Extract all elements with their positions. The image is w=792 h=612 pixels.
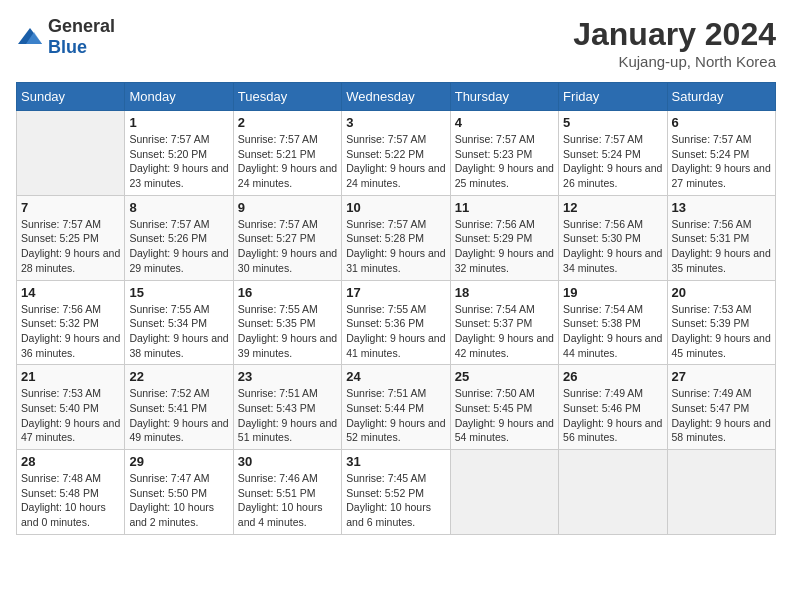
weekday-header-row: SundayMondayTuesdayWednesdayThursdayFrid… [17,83,776,111]
day-info: Sunrise: 7:49 AMSunset: 5:46 PMDaylight:… [563,386,662,445]
day-info: Sunrise: 7:52 AMSunset: 5:41 PMDaylight:… [129,386,228,445]
day-info: Sunrise: 7:50 AMSunset: 5:45 PMDaylight:… [455,386,554,445]
weekday-header-saturday: Saturday [667,83,775,111]
day-info: Sunrise: 7:51 AMSunset: 5:44 PMDaylight:… [346,386,445,445]
calendar-week-row: 28Sunrise: 7:48 AMSunset: 5:48 PMDayligh… [17,450,776,535]
calendar-cell: 22Sunrise: 7:52 AMSunset: 5:41 PMDayligh… [125,365,233,450]
calendar-cell: 18Sunrise: 7:54 AMSunset: 5:37 PMDayligh… [450,280,558,365]
day-number: 20 [672,285,771,300]
day-number: 5 [563,115,662,130]
calendar-cell: 5Sunrise: 7:57 AMSunset: 5:24 PMDaylight… [559,111,667,196]
month-title: January 2024 [573,16,776,53]
day-info: Sunrise: 7:57 AMSunset: 5:24 PMDaylight:… [563,132,662,191]
calendar-cell: 2Sunrise: 7:57 AMSunset: 5:21 PMDaylight… [233,111,341,196]
title-block: January 2024 Kujang-up, North Korea [573,16,776,70]
day-number: 22 [129,369,228,384]
day-info: Sunrise: 7:49 AMSunset: 5:47 PMDaylight:… [672,386,771,445]
day-number: 18 [455,285,554,300]
day-number: 9 [238,200,337,215]
calendar-cell: 27Sunrise: 7:49 AMSunset: 5:47 PMDayligh… [667,365,775,450]
weekday-header-thursday: Thursday [450,83,558,111]
day-number: 8 [129,200,228,215]
calendar-table: SundayMondayTuesdayWednesdayThursdayFrid… [16,82,776,535]
logo-icon [16,26,44,48]
calendar-week-row: 7Sunrise: 7:57 AMSunset: 5:25 PMDaylight… [17,195,776,280]
day-number: 19 [563,285,662,300]
logo-blue: Blue [48,37,87,57]
day-number: 17 [346,285,445,300]
weekday-header-tuesday: Tuesday [233,83,341,111]
day-info: Sunrise: 7:51 AMSunset: 5:43 PMDaylight:… [238,386,337,445]
calendar-cell: 7Sunrise: 7:57 AMSunset: 5:25 PMDaylight… [17,195,125,280]
weekday-header-friday: Friday [559,83,667,111]
location-title: Kujang-up, North Korea [573,53,776,70]
day-info: Sunrise: 7:57 AMSunset: 5:21 PMDaylight:… [238,132,337,191]
day-info: Sunrise: 7:47 AMSunset: 5:50 PMDaylight:… [129,471,228,530]
day-number: 27 [672,369,771,384]
calendar-cell: 10Sunrise: 7:57 AMSunset: 5:28 PMDayligh… [342,195,450,280]
weekday-header-wednesday: Wednesday [342,83,450,111]
day-number: 11 [455,200,554,215]
calendar-cell: 9Sunrise: 7:57 AMSunset: 5:27 PMDaylight… [233,195,341,280]
day-info: Sunrise: 7:54 AMSunset: 5:37 PMDaylight:… [455,302,554,361]
day-info: Sunrise: 7:57 AMSunset: 5:23 PMDaylight:… [455,132,554,191]
day-info: Sunrise: 7:56 AMSunset: 5:29 PMDaylight:… [455,217,554,276]
calendar-cell: 15Sunrise: 7:55 AMSunset: 5:34 PMDayligh… [125,280,233,365]
day-info: Sunrise: 7:57 AMSunset: 5:27 PMDaylight:… [238,217,337,276]
calendar-cell: 13Sunrise: 7:56 AMSunset: 5:31 PMDayligh… [667,195,775,280]
day-number: 14 [21,285,120,300]
weekday-header-sunday: Sunday [17,83,125,111]
calendar-week-row: 14Sunrise: 7:56 AMSunset: 5:32 PMDayligh… [17,280,776,365]
calendar-cell: 20Sunrise: 7:53 AMSunset: 5:39 PMDayligh… [667,280,775,365]
calendar-cell: 19Sunrise: 7:54 AMSunset: 5:38 PMDayligh… [559,280,667,365]
page-header: General Blue January 2024 Kujang-up, Nor… [16,16,776,70]
day-number: 2 [238,115,337,130]
day-info: Sunrise: 7:56 AMSunset: 5:30 PMDaylight:… [563,217,662,276]
calendar-week-row: 1Sunrise: 7:57 AMSunset: 5:20 PMDaylight… [17,111,776,196]
calendar-cell: 30Sunrise: 7:46 AMSunset: 5:51 PMDayligh… [233,450,341,535]
day-info: Sunrise: 7:57 AMSunset: 5:25 PMDaylight:… [21,217,120,276]
day-info: Sunrise: 7:54 AMSunset: 5:38 PMDaylight:… [563,302,662,361]
calendar-cell [559,450,667,535]
calendar-cell: 11Sunrise: 7:56 AMSunset: 5:29 PMDayligh… [450,195,558,280]
day-info: Sunrise: 7:55 AMSunset: 5:34 PMDaylight:… [129,302,228,361]
day-number: 31 [346,454,445,469]
calendar-cell: 25Sunrise: 7:50 AMSunset: 5:45 PMDayligh… [450,365,558,450]
day-number: 30 [238,454,337,469]
day-info: Sunrise: 7:45 AMSunset: 5:52 PMDaylight:… [346,471,445,530]
calendar-cell: 29Sunrise: 7:47 AMSunset: 5:50 PMDayligh… [125,450,233,535]
day-info: Sunrise: 7:55 AMSunset: 5:35 PMDaylight:… [238,302,337,361]
calendar-cell: 14Sunrise: 7:56 AMSunset: 5:32 PMDayligh… [17,280,125,365]
calendar-cell: 4Sunrise: 7:57 AMSunset: 5:23 PMDaylight… [450,111,558,196]
calendar-cell [667,450,775,535]
calendar-cell: 17Sunrise: 7:55 AMSunset: 5:36 PMDayligh… [342,280,450,365]
day-info: Sunrise: 7:48 AMSunset: 5:48 PMDaylight:… [21,471,120,530]
day-info: Sunrise: 7:56 AMSunset: 5:32 PMDaylight:… [21,302,120,361]
calendar-cell: 31Sunrise: 7:45 AMSunset: 5:52 PMDayligh… [342,450,450,535]
day-number: 12 [563,200,662,215]
logo-general: General [48,16,115,36]
calendar-cell: 12Sunrise: 7:56 AMSunset: 5:30 PMDayligh… [559,195,667,280]
day-info: Sunrise: 7:57 AMSunset: 5:26 PMDaylight:… [129,217,228,276]
day-info: Sunrise: 7:57 AMSunset: 5:22 PMDaylight:… [346,132,445,191]
calendar-cell: 8Sunrise: 7:57 AMSunset: 5:26 PMDaylight… [125,195,233,280]
calendar-cell: 1Sunrise: 7:57 AMSunset: 5:20 PMDaylight… [125,111,233,196]
day-number: 6 [672,115,771,130]
day-info: Sunrise: 7:53 AMSunset: 5:40 PMDaylight:… [21,386,120,445]
calendar-cell: 6Sunrise: 7:57 AMSunset: 5:24 PMDaylight… [667,111,775,196]
day-info: Sunrise: 7:57 AMSunset: 5:24 PMDaylight:… [672,132,771,191]
day-number: 4 [455,115,554,130]
logo: General Blue [16,16,115,58]
day-number: 21 [21,369,120,384]
calendar-week-row: 21Sunrise: 7:53 AMSunset: 5:40 PMDayligh… [17,365,776,450]
day-number: 1 [129,115,228,130]
logo-text: General Blue [48,16,115,58]
day-info: Sunrise: 7:55 AMSunset: 5:36 PMDaylight:… [346,302,445,361]
calendar-cell: 16Sunrise: 7:55 AMSunset: 5:35 PMDayligh… [233,280,341,365]
day-number: 10 [346,200,445,215]
day-info: Sunrise: 7:56 AMSunset: 5:31 PMDaylight:… [672,217,771,276]
day-number: 13 [672,200,771,215]
day-number: 28 [21,454,120,469]
weekday-header-monday: Monday [125,83,233,111]
day-number: 16 [238,285,337,300]
